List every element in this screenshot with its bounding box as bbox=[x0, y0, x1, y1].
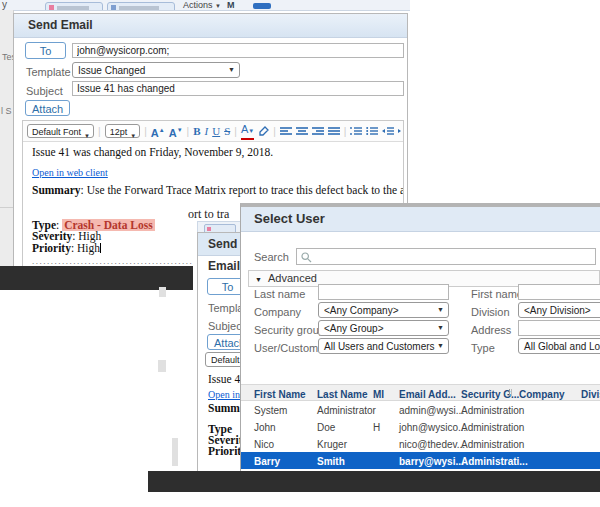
underline-icon[interactable]: U bbox=[212, 122, 220, 140]
background-tab-2[interactable] bbox=[107, 2, 175, 11]
last-name-input[interactable] bbox=[318, 284, 449, 300]
column-header[interactable]: MI bbox=[373, 389, 384, 400]
align-right-icon[interactable] bbox=[312, 126, 324, 136]
send-email-dialog-behind: Send Email To Template Subject Attach De… bbox=[197, 232, 243, 473]
type-value-highlighted: Crash - Data Loss bbox=[62, 219, 155, 231]
divider: | bbox=[234, 126, 237, 137]
numbered-list-icon[interactable] bbox=[350, 126, 362, 136]
align-left-icon[interactable] bbox=[280, 126, 292, 136]
cell-first-name: System bbox=[254, 405, 287, 416]
column-header[interactable]: Company bbox=[519, 389, 565, 400]
user-customer-value: All Users and Customers bbox=[324, 341, 435, 352]
template-label: Template bbox=[208, 302, 243, 314]
tab-label-blur bbox=[119, 6, 159, 10]
address-input[interactable] bbox=[518, 320, 600, 336]
table-header: First Name Last Name MI Email Add... Sec… bbox=[241, 384, 600, 401]
priority-value: : High bbox=[71, 242, 100, 254]
summary-line: Summary: Use the Forward Trace Matrix re… bbox=[32, 185, 395, 197]
company-label: Company bbox=[254, 306, 301, 318]
italic-icon[interactable]: I bbox=[205, 122, 209, 140]
divider: | bbox=[187, 126, 190, 137]
cell-mi: H bbox=[373, 422, 380, 433]
template-select[interactable]: Issue Changed ▼ bbox=[72, 62, 240, 78]
priority-label: Priority bbox=[208, 445, 243, 457]
toolbar-icon[interactable] bbox=[253, 3, 271, 9]
chevron-down-icon: ▼ bbox=[215, 3, 221, 9]
dialog-title: Send Email bbox=[198, 233, 242, 256]
indent-icon[interactable] bbox=[398, 126, 403, 136]
template-label: Template bbox=[26, 66, 71, 78]
chevron-down-icon: ▼ bbox=[228, 66, 235, 73]
align-center-icon[interactable] bbox=[296, 126, 308, 136]
to-button[interactable]: To bbox=[207, 278, 243, 295]
font-color-icon[interactable]: A▼ bbox=[241, 123, 254, 140]
cell-last-name: Administrator bbox=[317, 405, 376, 416]
priority-label: Priority bbox=[32, 242, 71, 254]
actions-label: Actions bbox=[183, 0, 213, 10]
advanced-label: Advanced bbox=[268, 272, 317, 284]
division-value: <Any Division> bbox=[524, 305, 591, 316]
column-header[interactable]: Division bbox=[581, 389, 600, 400]
decrease-font-icon[interactable]: A▼ bbox=[169, 121, 183, 141]
table-row[interactable]: Nico Kruger nico@thedev... Administratio… bbox=[241, 435, 600, 452]
actions-menu[interactable]: Actions ▼ bbox=[183, 0, 221, 10]
align-justify-icon[interactable] bbox=[328, 126, 340, 136]
subject-input[interactable] bbox=[72, 81, 404, 96]
security-group-select[interactable]: <Any Group>▼ bbox=[318, 320, 449, 336]
search-label: Search bbox=[254, 251, 289, 263]
font-family-value: Default Font bbox=[211, 355, 243, 365]
background-tab-1[interactable] bbox=[45, 2, 103, 11]
subject-label: Subject bbox=[208, 320, 243, 332]
severity-label: Severity bbox=[32, 230, 72, 242]
column-resize-handle[interactable] bbox=[511, 389, 512, 396]
column-header[interactable]: First Name bbox=[254, 389, 306, 400]
font-family-select[interactable]: Default Font ▼ bbox=[27, 124, 94, 138]
search-input[interactable] bbox=[296, 248, 596, 265]
cell-last-name: Smith bbox=[317, 456, 345, 467]
font-family-value: Default Font bbox=[32, 127, 81, 137]
to-button[interactable]: To bbox=[25, 42, 66, 59]
highlight-color-icon[interactable] bbox=[258, 126, 269, 136]
column-resize-handle[interactable] bbox=[509, 389, 510, 396]
table-row[interactable]: System Administrator admin@wysi... Admin… bbox=[241, 401, 600, 418]
cell-first-name: Nico bbox=[254, 439, 274, 450]
outdent-icon[interactable] bbox=[382, 126, 394, 136]
tab-icon bbox=[49, 5, 54, 10]
attach-button[interactable]: Attach bbox=[207, 334, 243, 350]
open-in-web-client-link[interactable]: Open in web client bbox=[208, 389, 243, 400]
company-value: <Any Company> bbox=[324, 305, 399, 316]
open-in-web-client-link[interactable]: Open in web client bbox=[32, 167, 108, 178]
attach-button[interactable]: Attach bbox=[25, 100, 70, 116]
dialog-title: Select User bbox=[241, 207, 600, 232]
column-header[interactable]: Email Add... bbox=[399, 389, 456, 400]
font-family-select[interactable]: Default Font bbox=[205, 352, 243, 367]
bold-icon[interactable]: B bbox=[193, 122, 200, 140]
increase-font-icon[interactable]: A▲ bbox=[151, 121, 165, 141]
editor-toolbar: Default Font ▼ | 12pt ▼ | A▲ A▼ | B I U … bbox=[23, 121, 403, 142]
cell-email: nico@thedev... bbox=[399, 439, 465, 450]
table-row[interactable]: John Doe H john@wysico... Administration bbox=[241, 418, 600, 435]
division-select[interactable]: <Any Division> bbox=[518, 302, 600, 318]
company-select[interactable]: <Any Company>▼ bbox=[318, 302, 449, 318]
bullet-list-icon[interactable] bbox=[366, 126, 378, 136]
security-group-value: <Any Group> bbox=[324, 323, 383, 334]
type-select[interactable]: All Global and Local bbox=[518, 338, 600, 354]
text-cursor bbox=[100, 243, 101, 253]
screenshot-root: y Actions ▼ M Tes l S Send Email To Temp… bbox=[0, 0, 600, 507]
cell-first-name: John bbox=[254, 422, 276, 433]
table-row-selected[interactable]: Barry Smith barry@wysi... Administrati..… bbox=[241, 452, 600, 469]
to-input[interactable] bbox=[72, 43, 404, 58]
glyph: A bbox=[151, 126, 159, 138]
user-customer-select[interactable]: All Users and Customers▼ bbox=[318, 338, 449, 354]
strikethrough-icon[interactable]: S bbox=[224, 122, 230, 140]
dialog-title: Send Email bbox=[14, 14, 407, 38]
clipped-background-text: ort to tra bbox=[188, 207, 229, 222]
first-name-input[interactable] bbox=[518, 284, 600, 300]
ui-fragment bbox=[172, 438, 178, 466]
tab-icon bbox=[207, 227, 211, 231]
divider bbox=[0, 207, 13, 208]
redaction-bar bbox=[148, 471, 600, 492]
font-size-select[interactable]: 12pt ▼ bbox=[105, 124, 141, 138]
chevron-down-icon: ▼ bbox=[84, 129, 90, 142]
column-header[interactable]: Last Name bbox=[317, 389, 368, 400]
